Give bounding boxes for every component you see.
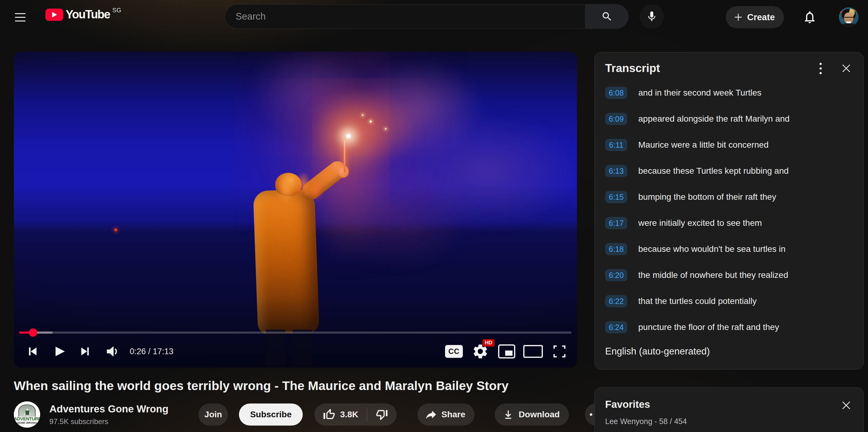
transcript-text: puncture the floor of the raft and they — [638, 322, 779, 332]
plus-icon — [733, 12, 743, 22]
subscribe-button[interactable]: Subscribe — [239, 403, 303, 426]
youtube-logo-text: YouTube — [66, 8, 110, 21]
join-button[interactable]: Join — [198, 403, 228, 426]
create-button[interactable]: Create — [726, 6, 784, 28]
transcript-panel: Transcript 6:08and in their second week … — [594, 52, 864, 369]
transcript-row[interactable]: 6:11Maurice were a little bit concerned — [605, 139, 863, 151]
transcript-row[interactable]: 6:17were initially excited to see them — [605, 217, 863, 229]
like-count: 3.8K — [340, 410, 358, 420]
transcript-text: the middle of nowhere but they realized — [638, 270, 788, 280]
search-icon — [601, 11, 613, 22]
avatar-shirt — [841, 23, 856, 27]
search-box[interactable] — [225, 4, 585, 29]
transcript-timestamp: 6:17 — [605, 217, 627, 229]
share-label: Share — [441, 410, 465, 420]
share-button[interactable]: Share — [417, 403, 474, 426]
miniplayer-button[interactable] — [494, 338, 520, 365]
hd-quality-badge: HD — [483, 339, 494, 346]
menu-icon[interactable] — [13, 10, 28, 25]
transcript-row[interactable]: 6:18because who wouldn't be sea turtles … — [605, 243, 863, 255]
channel-row: ADVENTURES · GONE WRONG · Adventures Gon… — [14, 401, 577, 428]
favorites-close-button[interactable] — [838, 397, 854, 413]
skip-previous-icon — [25, 343, 40, 359]
transcript-menu-button[interactable] — [813, 61, 828, 76]
transcript-close-button[interactable] — [838, 60, 854, 76]
skip-next-icon — [77, 343, 93, 359]
channel-avatar[interactable]: ADVENTURES · GONE WRONG · — [14, 401, 40, 428]
fullscreen-icon — [552, 343, 567, 359]
download-label: Download — [519, 410, 560, 420]
search-button[interactable] — [585, 4, 628, 29]
transcript-text: that the turtles could potentially — [638, 296, 757, 306]
channel-meta: Adventures Gone Wrong 97.5K subscribers — [50, 403, 168, 426]
notifications-button[interactable] — [801, 8, 818, 26]
gear-wrap: HD — [472, 343, 489, 360]
like-dislike-group: 3.8K — [314, 403, 397, 426]
transcript-timestamp: 6:08 — [605, 87, 627, 99]
progress-handle[interactable] — [29, 328, 37, 337]
youtube-logo[interactable]: YouTube SG — [45, 8, 121, 21]
transcript-row[interactable]: 6:24puncture the floor of the raft and t… — [605, 321, 863, 333]
volume-button[interactable] — [98, 338, 125, 365]
volume-icon — [103, 343, 120, 360]
create-label: Create — [747, 12, 775, 22]
transcript-text: and in their second week Turtles — [638, 88, 762, 98]
download-button[interactable]: Download — [495, 403, 569, 426]
favorites-header: Favorites — [595, 388, 863, 413]
transcript-text: were initially excited to see them — [638, 218, 762, 228]
close-icon — [840, 399, 852, 411]
channel-avatar-text1: ADVENTURES — [14, 416, 40, 421]
transcript-timestamp: 6:20 — [605, 269, 627, 281]
share-icon — [424, 408, 438, 421]
voice-search-button[interactable] — [640, 4, 664, 29]
channel-name[interactable]: Adventures Gone Wrong — [50, 403, 168, 415]
search-input[interactable] — [236, 11, 568, 22]
close-icon — [840, 62, 852, 74]
avatar-glasses — [844, 17, 853, 19]
transcript-header: Transcript — [595, 53, 863, 84]
favorites-subtitle: Lee Wenyong - 58 / 454 — [605, 417, 687, 426]
transcript-text: appeared alongside the raft Marilyn and — [638, 114, 789, 124]
time-display: 0:26 / 17:13 — [130, 347, 174, 356]
menu-bar — [15, 21, 26, 22]
transcript-row[interactable]: 6:13because these Turtles kept rubbing a… — [605, 165, 863, 177]
captions-icon: CC — [445, 345, 463, 358]
subscriber-count: 97.5K subscribers — [50, 417, 168, 426]
user-avatar[interactable] — [839, 7, 859, 27]
menu-bar — [15, 17, 26, 18]
transcript-row[interactable]: 6:20the middle of nowhere but they reali… — [605, 269, 863, 281]
video-player[interactable]: 0:26 / 17:13 CC HD — [14, 52, 577, 368]
theater-mode-icon — [523, 345, 543, 358]
transcript-row[interactable]: 6:15bumping the bottom of their raft the… — [605, 191, 863, 203]
favorites-title: Favorites — [605, 399, 650, 410]
avatar-smile — [846, 22, 851, 23]
next-button[interactable] — [72, 338, 98, 365]
like-button[interactable]: 3.8K — [314, 403, 367, 426]
play-icon — [50, 343, 67, 360]
dislike-button[interactable] — [367, 403, 397, 426]
transcript-language-selector[interactable]: English (auto-generated) — [605, 346, 710, 357]
channel-avatar-mountain — [24, 408, 31, 415]
favorites-panel: Favorites Lee Wenyong - 58 / 454 — [594, 387, 864, 432]
player-controls: 0:26 / 17:13 CC HD — [14, 332, 577, 368]
transcript-timestamp: 6:11 — [605, 139, 627, 151]
transcript-row[interactable]: 6:22that the turtles could potentially — [605, 295, 863, 307]
transcript-timestamp: 6:13 — [605, 165, 627, 177]
progress-bar[interactable] — [19, 332, 571, 334]
transcript-timestamp: 6:24 — [605, 321, 627, 333]
transcript-row[interactable]: 6:08and in their second week Turtles — [605, 87, 863, 99]
theater-mode-button[interactable] — [520, 338, 546, 365]
transcript-text: bumping the bottom of their raft they — [638, 192, 776, 202]
thumbs-down-icon — [375, 408, 389, 421]
transcript-timestamp: 6:15 — [605, 191, 627, 203]
settings-button[interactable]: HD — [467, 338, 494, 365]
previous-button[interactable] — [19, 338, 46, 365]
transcript-timestamp: 6:09 — [605, 113, 627, 125]
play-button[interactable] — [46, 338, 72, 365]
fullscreen-button[interactable] — [546, 338, 572, 365]
captions-button[interactable]: CC — [441, 338, 467, 365]
youtube-play-icon — [45, 8, 63, 21]
transcript-title: Transcript — [605, 62, 660, 75]
search-bar — [225, 4, 664, 29]
transcript-row[interactable]: 6:09appeared alongside the raft Marilyn … — [605, 113, 863, 125]
